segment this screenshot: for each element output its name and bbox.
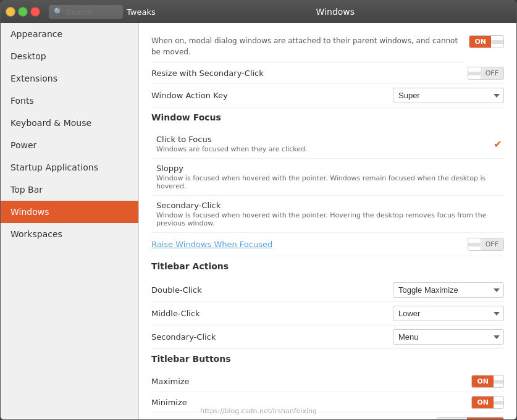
resize-toggle-off: OFF [481,67,503,79]
double-click-select[interactable]: Toggle Maximize Toggle Shade Toggle Abov… [393,282,504,298]
window-controls [6,7,40,17]
search-container: 🔍 [49,5,123,19]
raise-row: Raise Windows When Focused OFF [151,233,504,256]
focus-option-click[interactable]: Click to Focus Windows are focused when … [151,130,504,159]
window-action-key-label: Window Action Key [151,91,228,100]
sidebar-item-desktop[interactable]: Desktop [1,45,138,67]
click-focus-text: Click to Focus Windows are focused when … [151,135,492,153]
window-action-key-select[interactable]: Super Alt [393,88,504,103]
maximize-toggle-on: ON [472,376,494,387]
maximize-row: Maximize ON [151,371,504,392]
raise-label[interactable]: Raise Windows When Focused [151,240,272,249]
titlebar-actions-header: Titlebar Actions [151,261,504,271]
middle-click-row: Middle-Click Lower Minimize Toggle Maxim… [151,302,504,326]
minimize-toggle-on: ON [472,397,494,408]
secondary-click-select[interactable]: Menu Lower None [393,329,504,345]
minimize-button[interactable] [6,7,15,17]
watermark: https://blog.csdn.net/lrshanfeixing [200,407,317,415]
secondary-focus-desc: Window is focused when hovered with the … [156,211,492,227]
secondary-click-label: Secondary-Click [151,332,216,342]
sidebar-item-appearance[interactable]: Appearance [1,23,138,45]
minimize-toggle-slider [494,401,503,405]
modal-toggle[interactable]: ON [469,35,504,48]
sidebar-item-startup-applications[interactable]: Startup Applications [1,156,138,178]
secondary-focus-label: Secondary-Click [156,201,492,210]
resize-toggle[interactable]: OFF [468,67,504,80]
minimize-toggle[interactable]: ON [471,396,504,409]
resize-row: Resize with Secondary-Click OFF [151,63,504,84]
click-focus-label: Click to Focus [156,135,492,144]
raise-toggle-off: OFF [481,238,503,250]
modal-note-text: When on, modal dialog windows are attach… [151,33,464,63]
close-button[interactable] [30,7,40,17]
click-focus-desc: Windows are focused when they are clicke… [156,145,492,153]
minimize-label: Minimize [151,398,187,407]
titlebar-buttons-header: Titlebar Buttons [151,354,504,364]
placement-buttons: Left Right [437,417,504,419]
focus-option-secondary[interactable]: Secondary-Click Window is focused when h… [151,196,504,233]
main-content: Appearance Desktop Extensions Fonts Keyb… [1,23,516,419]
titlebar: 🔍 Tweaks Windows [1,1,516,23]
sidebar: Appearance Desktop Extensions Fonts Keyb… [1,23,139,419]
focus-option-sloppy[interactable]: Sloppy Window is focused when hovered wi… [151,159,504,196]
raise-toggle[interactable]: OFF [468,238,504,251]
sidebar-item-workspaces[interactable]: Workspaces [1,223,138,245]
resize-label: Resize with Secondary-Click [151,69,264,78]
window-focus-header: Window Focus [151,112,504,122]
sloppy-text: Sloppy Window is focused when hovered wi… [151,164,492,190]
sloppy-desc: Window is focused when hovered with the … [156,174,492,190]
middle-click-select[interactable]: Lower Minimize Toggle Maximize None [393,306,504,321]
sidebar-item-extensions[interactable]: Extensions [1,67,138,90]
secondary-focus-text: Secondary-Click Window is focused when h… [151,201,492,227]
maximize-toggle-slider [494,380,503,384]
placement-right-button[interactable]: Right [467,418,503,419]
double-click-label: Double-Click [151,285,202,295]
sidebar-item-top-bar[interactable]: Top Bar [1,178,138,201]
window-action-key-row: Window Action Key Super Alt [151,84,504,107]
maximize-button[interactable] [18,7,28,17]
placement-left-button[interactable]: Left [437,418,467,419]
modal-note-row: When on, modal dialog windows are attach… [151,33,504,63]
app-label: Tweaks [127,7,156,17]
sidebar-item-fonts[interactable]: Fonts [1,90,138,112]
sloppy-label: Sloppy [156,164,492,173]
toggle-on-label: ON [469,36,491,48]
page-title: Windows [159,7,511,17]
click-focus-check: ✔ [492,138,504,150]
maximize-toggle[interactable]: ON [471,375,504,388]
double-click-row: Double-Click Toggle Maximize Toggle Shad… [151,279,504,302]
app-window: 🔍 Tweaks Windows Appearance Desktop Exte… [0,0,517,420]
sidebar-item-windows[interactable]: Windows [1,201,138,223]
toggle-slider [491,40,503,44]
maximize-label: Maximize [151,377,190,386]
middle-click-label: Middle-Click [151,309,200,318]
sidebar-item-power[interactable]: Power [1,134,138,156]
content-area: When on, modal dialog windows are attach… [139,23,516,419]
secondary-click-row: Secondary-Click Menu Lower None [151,326,504,349]
sidebar-item-keyboard-mouse[interactable]: Keyboard & Mouse [1,112,138,134]
search-icon: 🔍 [54,7,63,16]
